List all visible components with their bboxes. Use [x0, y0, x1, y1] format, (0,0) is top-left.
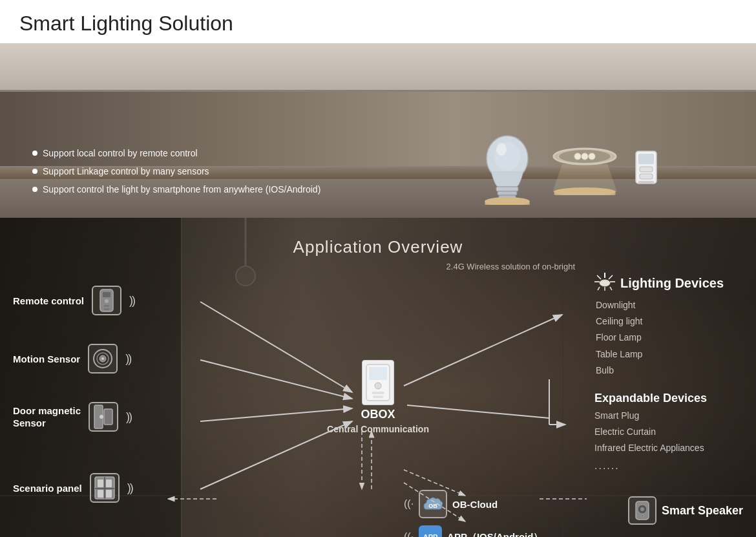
svg-line-60: [610, 287, 612, 290]
lighting-item-floor: Floor Lamp: [596, 330, 743, 346]
lighting-header: Lighting Devices: [594, 273, 743, 293]
obox-sublabel: Central Communication: [327, 424, 429, 434]
svg-rect-50: [372, 392, 384, 394]
smart-speaker-label: Smart Speaker: [662, 504, 743, 518]
svg-point-30: [105, 299, 109, 303]
remote-control-device: Remote control )): [13, 286, 134, 315]
svg-rect-38: [104, 409, 112, 425]
remote-signal-icon: )): [129, 294, 134, 308]
scenario-panel-device: Scenario panel )): [13, 473, 132, 503]
svg-rect-31: [104, 305, 109, 307]
svg-rect-43: [98, 490, 103, 498]
svg-text:OB: OB: [428, 503, 437, 509]
remote-control-label: Remote control: [13, 295, 84, 306]
hero-cabinet-top: [0, 43, 756, 92]
svg-rect-32: [104, 308, 109, 310]
app-device: ((· APP APP（IOS/Android）: [404, 525, 543, 537]
hero-products: [478, 134, 659, 205]
right-panel: Lighting Devices Downlight Ceiling light…: [594, 273, 743, 488]
expandable-item-plug: Smart Plug: [594, 408, 743, 424]
smart-speaker-icon: [628, 496, 656, 525]
svg-rect-22: [638, 181, 654, 184]
obox-device-icon: [362, 360, 394, 405]
remote-control-icon: [92, 286, 121, 315]
hero-bullets: Support local control by remote control …: [32, 144, 320, 198]
svg-point-6: [496, 143, 507, 156]
product-downlight-icon: [549, 137, 620, 195]
app-signal-left: ((·: [404, 531, 414, 537]
svg-rect-21: [640, 174, 653, 179]
svg-line-54: [609, 275, 613, 279]
svg-rect-44: [106, 490, 112, 498]
svg-rect-29: [103, 292, 110, 297]
lighting-item-ceiling: Ceiling light: [596, 313, 743, 330]
svg-point-49: [375, 383, 381, 389]
door-sensor-icon: [89, 402, 118, 432]
ob-cloud-device: ((· OB OB-Cloud: [404, 490, 498, 518]
svg-point-64: [640, 507, 644, 511]
hero-bullet-1: Support local control by remote control: [32, 144, 320, 162]
app-overview-title: Application Overview: [0, 237, 756, 257]
svg-point-65: [641, 514, 644, 517]
scenario-panel-icon: [90, 473, 120, 503]
scenario-panel-label: Scenario panel: [13, 483, 82, 494]
lighting-item-table: Table Lamp: [596, 346, 743, 363]
svg-point-14: [558, 150, 612, 163]
svg-rect-1: [496, 187, 518, 191]
lighting-icon: [594, 273, 615, 293]
lighting-item-bulb: Bulb: [596, 363, 743, 379]
bullet-dot-2: [32, 169, 37, 174]
svg-rect-20: [640, 167, 653, 172]
door-sensor-label: Door magneticSensor: [13, 405, 81, 430]
svg-point-39: [100, 415, 103, 419]
svg-rect-19: [638, 154, 654, 164]
svg-rect-51: [373, 395, 383, 398]
page-title: Smart Lighting Solution: [0, 0, 756, 43]
smart-speaker-device: Smart Speaker: [628, 496, 743, 525]
product-switch-icon: [633, 150, 659, 195]
diagram-section: Application Overview 2.4G Wireless solut…: [0, 218, 756, 537]
motion-sensor-label: Motion Sensor: [13, 353, 80, 364]
expandable-item-infrared: Infrared Electric Appliances: [594, 440, 743, 456]
expandable-more-dots: ......: [594, 457, 743, 476]
lighting-item-downlight: Downlight: [596, 297, 743, 313]
motion-signal-icon: )): [125, 352, 131, 366]
expandable-devices-list: Smart Plug Electric Curtain Infrared Ele…: [594, 408, 743, 475]
obox-label: OBOX: [361, 408, 395, 421]
lighting-devices-list: Downlight Ceiling light Floor Lamp Table…: [594, 297, 743, 379]
lighting-devices-section: Lighting Devices Downlight Ceiling light…: [594, 273, 743, 379]
motion-sensor-device: Motion Sensor )): [13, 344, 131, 374]
svg-point-36: [101, 357, 104, 360]
wireless-label: 2.4G Wireless solution of on-bright: [446, 262, 575, 271]
ob-cloud-icon: OB: [419, 490, 447, 518]
expandable-devices-title: Expandable Devices: [594, 392, 743, 405]
motion-sensor-icon: [88, 344, 118, 374]
svg-line-58: [598, 287, 600, 290]
lighting-devices-title: Lighting Devices: [620, 276, 724, 291]
expandable-item-curtain: Electric Curtain: [594, 424, 743, 440]
svg-point-57: [600, 280, 610, 286]
door-signal-icon: )): [126, 410, 131, 424]
svg-line-53: [597, 275, 601, 279]
hero-bullet-3: Support control the light by smartphone …: [32, 180, 320, 198]
hero-bullet-2: Support Linkage control by many sensors: [32, 162, 320, 180]
bullet-dot-1: [32, 151, 37, 156]
door-sensor-device: Door magneticSensor )): [13, 402, 131, 432]
svg-point-8: [485, 197, 530, 205]
app-icon: APP: [419, 525, 442, 537]
expandable-devices-section: Expandable Devices Smart Plug Electric C…: [594, 392, 743, 475]
svg-rect-42: [106, 479, 112, 487]
svg-rect-2: [498, 191, 517, 195]
svg-rect-41: [98, 479, 103, 487]
scenario-signal-icon: )): [127, 481, 132, 495]
hero-section: Support local control by remote control …: [0, 43, 756, 218]
app-label: APP（IOS/Android）: [447, 531, 543, 538]
product-bulb-icon: [478, 134, 536, 205]
obox-container: OBOX Central Communication: [327, 360, 429, 434]
ob-cloud-label: OB-Cloud: [452, 499, 498, 510]
svg-rect-48: [369, 367, 387, 380]
bullet-dot-3: [32, 187, 37, 192]
ob-cloud-signal-left: ((·: [404, 498, 414, 510]
